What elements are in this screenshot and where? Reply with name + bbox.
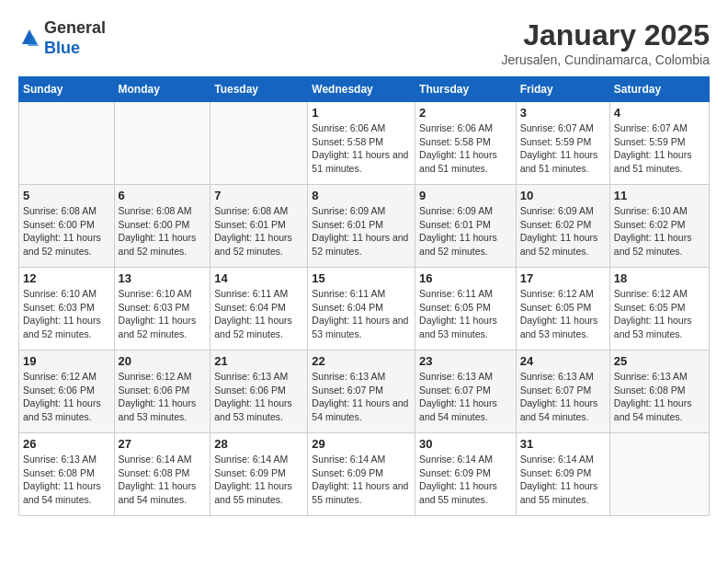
header-tuesday: Tuesday [210,77,308,102]
day-info: Sunrise: 6:13 AMSunset: 6:08 PMDaylight:… [23,453,110,507]
day-cell: 20Sunrise: 6:12 AMSunset: 6:06 PMDayligh… [114,350,210,433]
week-row-5: 26Sunrise: 6:13 AMSunset: 6:08 PMDayligh… [19,433,710,516]
day-number: 2 [419,106,512,120]
day-cell: 11Sunrise: 6:10 AMSunset: 6:02 PMDayligh… [609,185,709,268]
day-number: 4 [614,106,705,120]
day-info: Sunrise: 6:06 AMSunset: 5:58 PMDaylight:… [312,121,411,176]
logo: General Blue [18,18,106,58]
logo-general-text: General [44,18,106,39]
header-saturday: Saturday [609,77,709,102]
day-info: Sunrise: 6:07 AMSunset: 5:59 PMDaylight:… [614,121,705,176]
day-cell: 2Sunrise: 6:06 AMSunset: 5:58 PMDaylight… [415,102,517,185]
day-number: 24 [520,354,606,368]
day-cell: 25Sunrise: 6:13 AMSunset: 6:08 PMDayligh… [609,350,709,433]
location-subtitle: Jerusalen, Cundinamarca, Colombia [502,52,710,67]
day-number: 26 [23,437,110,451]
day-info: Sunrise: 6:13 AMSunset: 6:08 PMDaylight:… [614,370,705,424]
header-sunday: Sunday [19,77,115,102]
day-cell: 4Sunrise: 6:07 AMSunset: 5:59 PMDaylight… [609,102,709,185]
logo-icon [18,28,40,50]
week-row-1: 1Sunrise: 6:06 AMSunset: 5:58 PMDaylight… [19,102,710,185]
day-number: 21 [214,354,303,368]
day-info: Sunrise: 6:13 AMSunset: 6:07 PMDaylight:… [520,370,606,424]
day-cell: 9Sunrise: 6:09 AMSunset: 6:01 PMDaylight… [415,185,517,268]
day-cell: 18Sunrise: 6:12 AMSunset: 6:05 PMDayligh… [609,268,709,350]
day-number: 28 [214,437,303,451]
day-info: Sunrise: 6:07 AMSunset: 5:59 PMDaylight:… [520,121,606,176]
day-cell: 6Sunrise: 6:08 AMSunset: 6:00 PMDaylight… [114,185,210,268]
day-cell: 30Sunrise: 6:14 AMSunset: 6:09 PMDayligh… [415,433,517,516]
day-number: 20 [119,354,207,368]
day-number: 3 [520,106,606,120]
month-title: January 2025 [502,18,710,52]
day-number: 7 [214,189,303,202]
day-number: 11 [614,189,705,202]
day-number: 10 [520,189,606,202]
day-info: Sunrise: 6:14 AMSunset: 6:08 PMDaylight:… [119,453,207,507]
day-number: 18 [614,271,705,285]
day-number: 13 [119,271,207,285]
day-info: Sunrise: 6:12 AMSunset: 6:05 PMDaylight:… [520,287,606,341]
day-cell: 1Sunrise: 6:06 AMSunset: 5:58 PMDaylight… [308,102,415,185]
day-info: Sunrise: 6:12 AMSunset: 6:05 PMDaylight:… [614,287,705,341]
day-number: 19 [23,354,110,368]
day-cell [114,102,210,185]
week-row-4: 19Sunrise: 6:12 AMSunset: 6:06 PMDayligh… [19,350,710,433]
day-cell: 3Sunrise: 6:07 AMSunset: 5:59 PMDaylight… [516,102,609,185]
day-number: 25 [614,354,705,368]
day-info: Sunrise: 6:06 AMSunset: 5:58 PMDaylight:… [419,121,512,176]
day-number: 15 [312,271,411,285]
day-cell: 28Sunrise: 6:14 AMSunset: 6:09 PMDayligh… [210,433,308,516]
week-row-3: 12Sunrise: 6:10 AMSunset: 6:03 PMDayligh… [19,268,710,350]
day-number: 5 [23,189,110,202]
day-info: Sunrise: 6:12 AMSunset: 6:06 PMDaylight:… [23,370,110,424]
day-info: Sunrise: 6:08 AMSunset: 6:01 PMDaylight:… [214,204,303,259]
day-info: Sunrise: 6:10 AMSunset: 6:03 PMDaylight:… [23,287,110,341]
day-cell [210,102,308,185]
day-info: Sunrise: 6:14 AMSunset: 6:09 PMDaylight:… [520,453,606,507]
day-info: Sunrise: 6:13 AMSunset: 6:06 PMDaylight:… [214,370,303,424]
day-number: 12 [23,271,110,285]
day-number: 14 [214,271,303,285]
day-cell: 29Sunrise: 6:14 AMSunset: 6:09 PMDayligh… [308,433,415,516]
title-section: January 2025 Jerusalen, Cundinamarca, Co… [502,18,710,67]
day-number: 8 [312,189,411,202]
page-header: General Blue January 2025 Jerusalen, Cun… [18,18,710,67]
logo-blue-text: Blue [44,39,106,59]
header-thursday: Thursday [415,77,517,102]
day-info: Sunrise: 6:14 AMSunset: 6:09 PMDaylight:… [419,453,512,507]
day-number: 22 [312,354,411,368]
day-info: Sunrise: 6:09 AMSunset: 6:01 PMDaylight:… [419,204,512,259]
day-info: Sunrise: 6:08 AMSunset: 6:00 PMDaylight:… [119,204,207,259]
day-info: Sunrise: 6:09 AMSunset: 6:02 PMDaylight:… [520,204,606,259]
header-monday: Monday [114,77,210,102]
week-row-2: 5Sunrise: 6:08 AMSunset: 6:00 PMDaylight… [19,185,710,268]
day-info: Sunrise: 6:10 AMSunset: 6:02 PMDaylight:… [614,204,705,259]
day-cell: 5Sunrise: 6:08 AMSunset: 6:00 PMDaylight… [19,185,115,268]
day-number: 16 [419,271,512,285]
day-cell: 24Sunrise: 6:13 AMSunset: 6:07 PMDayligh… [516,350,609,433]
day-number: 31 [520,437,606,451]
day-cell: 15Sunrise: 6:11 AMSunset: 6:04 PMDayligh… [308,268,415,350]
day-cell: 23Sunrise: 6:13 AMSunset: 6:07 PMDayligh… [415,350,517,433]
day-cell [19,102,115,185]
day-cell: 12Sunrise: 6:10 AMSunset: 6:03 PMDayligh… [19,268,115,350]
day-info: Sunrise: 6:08 AMSunset: 6:00 PMDaylight:… [23,204,110,259]
day-cell: 17Sunrise: 6:12 AMSunset: 6:05 PMDayligh… [516,268,609,350]
day-cell: 26Sunrise: 6:13 AMSunset: 6:08 PMDayligh… [19,433,115,516]
day-number: 6 [119,189,207,202]
day-cell [609,433,709,516]
day-cell: 19Sunrise: 6:12 AMSunset: 6:06 PMDayligh… [19,350,115,433]
day-cell: 10Sunrise: 6:09 AMSunset: 6:02 PMDayligh… [516,185,609,268]
day-cell: 13Sunrise: 6:10 AMSunset: 6:03 PMDayligh… [114,268,210,350]
day-cell: 16Sunrise: 6:11 AMSunset: 6:05 PMDayligh… [415,268,517,350]
day-info: Sunrise: 6:09 AMSunset: 6:01 PMDaylight:… [312,204,411,259]
header-friday: Friday [516,77,609,102]
day-info: Sunrise: 6:12 AMSunset: 6:06 PMDaylight:… [119,370,207,424]
day-info: Sunrise: 6:14 AMSunset: 6:09 PMDaylight:… [214,453,303,507]
day-cell: 27Sunrise: 6:14 AMSunset: 6:08 PMDayligh… [114,433,210,516]
day-info: Sunrise: 6:11 AMSunset: 6:04 PMDaylight:… [312,287,411,341]
day-cell: 7Sunrise: 6:08 AMSunset: 6:01 PMDaylight… [210,185,308,268]
day-info: Sunrise: 6:11 AMSunset: 6:05 PMDaylight:… [419,287,512,341]
day-number: 30 [419,437,512,451]
